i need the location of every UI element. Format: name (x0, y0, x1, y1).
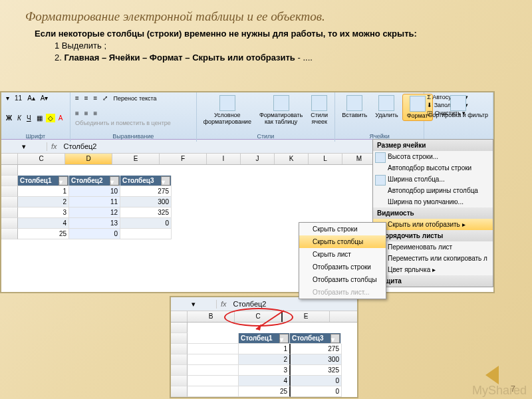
col-header-selected[interactable]: D (65, 154, 112, 164)
table-row: 1275 (171, 344, 357, 354)
table-row: 2300 (171, 354, 357, 365)
border-btn[interactable]: ▦ (35, 114, 45, 122)
sort-btn[interactable]: Сортировка и фильтр (424, 94, 492, 120)
filter-dropdown-icon[interactable]: ▾ (331, 334, 340, 343)
filter-dropdown-icon[interactable]: ▾ (59, 176, 68, 186)
table-header-cell[interactable]: Столбец3▾ (290, 333, 341, 344)
col-header[interactable]: M (342, 154, 376, 164)
table-header-cell[interactable]: Столбец3▾ (120, 176, 172, 186)
align-l[interactable]: ≡ (73, 109, 81, 118)
insert-icon (346, 95, 362, 111)
col-header[interactable]: C (235, 311, 283, 322)
col-width-item[interactable]: Ширина столбца... (373, 174, 493, 185)
row-height-item[interactable]: Высота строки... (373, 151, 493, 162)
cond-format-icon (219, 95, 235, 111)
filter-dropdown-icon[interactable]: ▾ (161, 176, 170, 186)
rename-sheet-item[interactable]: Переименовать лист (373, 241, 493, 253)
filter-dropdown-icon[interactable]: ▾ (110, 176, 119, 186)
row-header[interactable] (1, 176, 18, 186)
autofit-col-item[interactable]: Автоподбор ширины столбца (373, 185, 493, 196)
align-r[interactable]: ≡ (92, 109, 100, 118)
cell-styles-btn[interactable]: Стили ячеек (307, 94, 332, 126)
align-bot[interactable]: ≡ (92, 94, 100, 102)
underline-btn[interactable]: Ч (25, 114, 33, 122)
show-cols-item[interactable]: Отобразить столбцы (299, 273, 386, 286)
format-icon (410, 96, 426, 112)
col-width-icon (375, 175, 386, 186)
col-header[interactable]: E (112, 154, 160, 164)
show-sheet-item: Отобразить лист... (299, 286, 386, 299)
styles-icon (311, 95, 327, 111)
italic-btn[interactable]: К (15, 114, 23, 122)
shrink-font[interactable]: A▾ (39, 94, 51, 102)
autofit-row-item[interactable]: Автоподбор высоты строки (373, 162, 493, 174)
cond-format-btn[interactable]: Условное форматирование (200, 94, 255, 126)
context-submenu: Скрыть строки Скрыть столбцы Скрыть лист… (299, 222, 386, 299)
table-icon (273, 95, 289, 111)
default-width-item[interactable]: Ширина по умолчанию... (373, 196, 493, 207)
col-header[interactable]: E (283, 311, 330, 322)
table-row: 250 (171, 386, 357, 397)
table-row: 40 (171, 376, 357, 386)
nav-back-button[interactable] (485, 366, 499, 384)
col-header[interactable]: C (18, 154, 65, 164)
watermark: MyShared (472, 384, 527, 398)
name-box[interactable]: ▾ (1, 142, 47, 151)
slide-description: Если некоторые столбцы (строки) временно… (0, 28, 532, 65)
align-top[interactable]: ≡ (73, 94, 81, 102)
excel-screenshot-2: ▾ fx Столбец2 B C E Столбец1▾ Столбец3▾ … (170, 296, 358, 398)
format-menu: Размер ячейки Высота строки... Автоподбо… (372, 139, 493, 287)
font-color-btn[interactable]: A (57, 114, 65, 122)
hide-cols-item[interactable]: Скрыть столбцы (299, 235, 386, 248)
hide-sheet-item[interactable]: Скрыть лист (299, 248, 386, 261)
ribbon: ▾ 11 A▴ A▾ Ж К Ч ▦ ◇ A Шрифт ≡ ≡ ≡ ⤢ Пер… (1, 92, 493, 140)
formula-value[interactable]: Столбец2 (61, 142, 100, 150)
col-header[interactable]: J (241, 154, 275, 164)
tab-color-item[interactable]: Цвет ярлычка ▸ (373, 264, 493, 275)
slide-title: Форматирование электронной таблицы и ее … (0, 0, 532, 28)
align-c[interactable]: ≡ (82, 109, 90, 118)
menu-header: Размер ячейки (373, 140, 493, 151)
hide-rows-item[interactable]: Скрыть строки (299, 223, 386, 235)
grow-font[interactable]: A▴ (25, 94, 37, 102)
name-box[interactable]: ▾ (171, 300, 217, 309)
col-header[interactable]: L (309, 154, 342, 164)
col-header[interactable]: B (188, 311, 235, 322)
excel-screenshot-1: ▾ 11 A▴ A▾ Ж К Ч ▦ ◇ A Шрифт ≡ ≡ ≡ ⤢ Пер… (0, 91, 495, 293)
table-header-cell[interactable]: Столбец1▾ (18, 176, 69, 186)
table-row: 3325 (171, 365, 357, 376)
font-select[interactable]: ▾ (4, 94, 11, 102)
font-size[interactable]: 11 (13, 94, 24, 102)
fx-label: fx (217, 300, 231, 308)
col-header[interactable]: K (275, 154, 309, 164)
orient-btn[interactable]: ⤢ (100, 94, 110, 102)
insert-btn[interactable]: Вставить (338, 94, 371, 121)
table-header-cell[interactable]: Столбец1▾ (239, 333, 290, 344)
fill-color-btn[interactable]: ◇ (46, 114, 55, 122)
filter-dropdown-icon[interactable]: ▾ (279, 334, 289, 343)
merge-btn[interactable]: Объединить и поместить в центре (73, 119, 173, 127)
menu-header: Видимость (373, 207, 493, 219)
fx-label: fx (47, 142, 61, 150)
menu-header: Защита (373, 275, 493, 287)
col-header[interactable]: F (160, 154, 207, 164)
move-copy-item[interactable]: Переместить или скопировать л (373, 253, 493, 264)
bold-btn[interactable]: Ж (4, 114, 14, 122)
row-height-icon (375, 152, 386, 163)
wrap-text-btn[interactable]: Перенос текста (111, 94, 158, 102)
table-header-cell[interactable]: Столбец2▾ (69, 176, 120, 186)
delete-btn[interactable]: Удалить (371, 94, 402, 121)
menu-header: Упорядочить листы (373, 230, 493, 241)
sort-icon (450, 95, 466, 111)
format-table-btn[interactable]: Форматировать как таблицу (255, 94, 307, 126)
show-rows-item[interactable]: Отобразить строки (299, 261, 386, 273)
align-mid[interactable]: ≡ (82, 94, 90, 102)
delete-icon (378, 95, 394, 111)
formula-value[interactable]: Столбец2 (231, 300, 269, 308)
hide-show-item[interactable]: Скрыть или отобразить ▸ (373, 219, 493, 230)
col-header[interactable]: I (207, 154, 241, 164)
